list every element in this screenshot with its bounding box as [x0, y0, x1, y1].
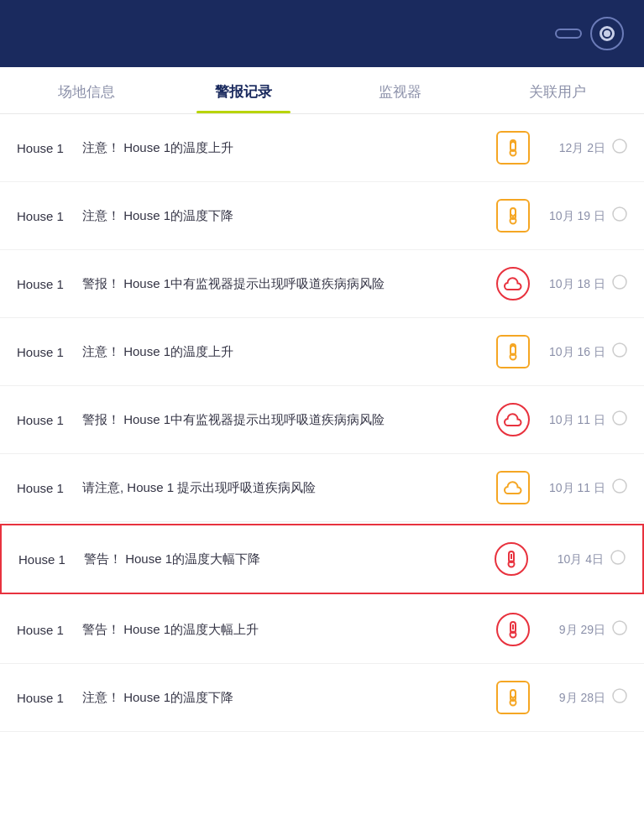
item-read-icon [612, 410, 627, 430]
item-location: House 1 [17, 141, 74, 155]
item-location: House 1 [17, 209, 74, 223]
svg-rect-7 [613, 275, 626, 289]
alert-icon [495, 679, 531, 716]
alert-icon [495, 197, 531, 234]
item-date: 12月 2日 [545, 139, 605, 157]
nav-tabs: 场地信息 警报记录 监视器 关联用户 [0, 67, 644, 114]
item-location: House 1 [17, 277, 74, 291]
item-location: House 1 [17, 623, 74, 637]
item-location: House 1 [17, 481, 74, 495]
item-message: 警报！ House 1中有监视器提示出现呼吸道疾病病风险 [74, 410, 481, 430]
svg-rect-12 [613, 411, 626, 425]
list-item[interactable]: House 1警报！ House 1中有监视器提示出现呼吸道疾病病风险 10月 … [0, 386, 644, 454]
item-message: 请注意, House 1 提示出现呼吸道疾病风险 [74, 478, 481, 498]
item-message: 警报！ House 1中有监视器提示出现呼吸道疾病病风险 [74, 274, 481, 294]
tab-alerts[interactable]: 警报记录 [165, 67, 322, 113]
item-date: 10月 19 日 [545, 207, 605, 225]
item-location: House 1 [17, 691, 74, 705]
record-button[interactable] [590, 17, 624, 50]
list-item[interactable]: House 1警报！ House 1中有监视器提示出现呼吸道疾病病风险 10月 … [0, 250, 644, 318]
item-location: House 1 [17, 345, 74, 359]
alert-icon [495, 401, 531, 438]
item-message: 注意！ House 1的温度下降 [74, 688, 481, 708]
item-read-icon [612, 138, 627, 158]
tab-monitor[interactable]: 监视器 [322, 67, 479, 113]
item-location: House 1 [17, 413, 74, 427]
alert-list: House 1注意！ House 1的温度上升 12月 2日 House 1注意… [0, 114, 644, 732]
header-actions [555, 17, 624, 50]
item-message: 注意！ House 1的温度下降 [74, 206, 481, 226]
header [0, 0, 644, 67]
svg-rect-21 [613, 621, 626, 635]
list-item[interactable]: House 1注意！ House 1的温度下降 10月 19 日 [0, 182, 644, 250]
record-icon [599, 26, 615, 41]
item-read-icon [612, 688, 627, 708]
item-read-icon [612, 342, 627, 362]
svg-rect-6 [613, 207, 626, 221]
svg-rect-17 [611, 551, 625, 564]
item-read-icon [612, 620, 627, 640]
svg-rect-24 [613, 689, 626, 703]
svg-rect-13 [613, 479, 626, 493]
item-date: 9月 29日 [545, 621, 605, 639]
alert-icon [495, 469, 531, 506]
item-message: 警告！ House 1的温度大幅上升 [74, 620, 481, 640]
list-item[interactable]: House 1注意！ House 1的温度上升 12月 2日 [0, 114, 644, 182]
item-date: 10月 18 日 [545, 275, 605, 293]
item-date: 10月 11 日 [545, 411, 605, 429]
item-message: 警告！ House 1的温度大幅下降 [76, 550, 479, 569]
item-date: 10月 16 日 [545, 343, 605, 361]
item-read-icon [610, 550, 626, 569]
item-date: 10月 11 日 [545, 479, 605, 497]
item-date: 10月 4日 [543, 551, 604, 568]
item-message: 注意！ House 1的温度上升 [74, 342, 481, 362]
list-item[interactable]: House 1注意！ House 1的温度下降 9月 28日 [0, 664, 644, 732]
svg-rect-11 [613, 343, 626, 357]
list-item[interactable]: House 1注意！ House 1的温度上升 10月 16 日 [0, 318, 644, 386]
item-date: 9月 28日 [545, 689, 605, 707]
item-message: 注意！ House 1的温度上升 [74, 138, 481, 158]
tab-venue[interactable]: 场地信息 [8, 67, 165, 113]
item-read-icon [612, 206, 627, 226]
svg-rect-3 [613, 139, 626, 153]
more-button[interactable] [555, 29, 582, 39]
item-read-icon [612, 274, 627, 294]
alert-icon [495, 129, 531, 166]
item-read-icon [612, 478, 627, 498]
alert-icon [495, 265, 531, 302]
alert-icon [495, 333, 531, 370]
alert-icon [495, 611, 531, 648]
item-location: House 1 [18, 552, 76, 567]
alert-icon [493, 541, 530, 577]
list-item[interactable]: House 1警告！ House 1的温度大幅下降 10月 4日 [0, 524, 644, 594]
list-item[interactable]: House 1警告！ House 1的温度大幅上升 9月 29日 [0, 596, 644, 664]
list-item[interactable]: House 1请注意, House 1 提示出现呼吸道疾病风险 10月 11 日 [0, 454, 644, 522]
tab-users[interactable]: 关联用户 [479, 67, 636, 113]
